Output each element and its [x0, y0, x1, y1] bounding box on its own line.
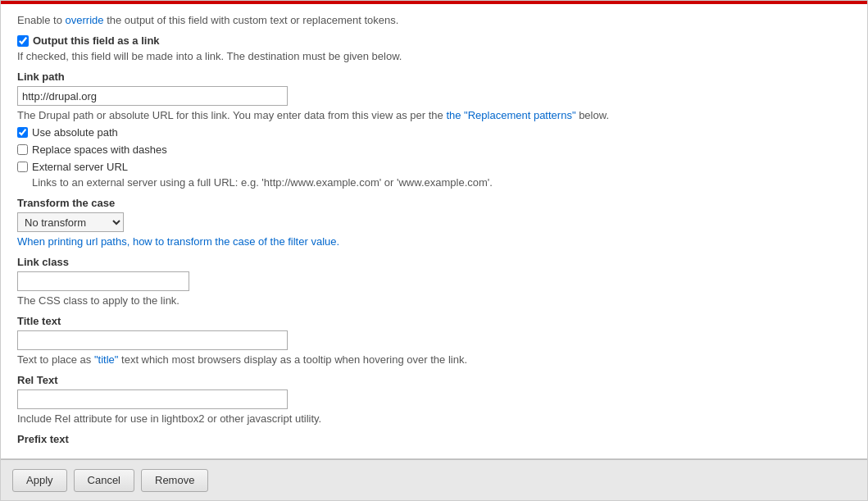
link-class-label: Link class: [17, 256, 851, 268]
use-absolute-path-checkbox[interactable]: [17, 127, 28, 138]
rel-text-label: Rel Text: [17, 374, 851, 386]
replace-spaces-checkbox[interactable]: [17, 144, 28, 155]
prefix-text-label: Prefix text: [17, 433, 851, 445]
link-path-note: The Drupal path or absolute URL for this…: [17, 109, 851, 121]
link-class-input[interactable]: [17, 271, 189, 291]
cancel-button[interactable]: Cancel: [74, 469, 134, 492]
link-class-note: The CSS class to apply to the link.: [17, 294, 851, 307]
title-text-label: Title text: [17, 315, 851, 327]
output-as-link-checkbox[interactable]: [17, 35, 29, 47]
use-absolute-path-row: Use absolute path: [17, 126, 851, 139]
rel-text-note: Include Rel attribute for use in lightbo…: [17, 412, 851, 425]
replace-spaces-label: Replace spaces with dashes: [32, 143, 167, 156]
rel-text-input[interactable]: [17, 389, 288, 409]
output-as-link-row: Output this field as a link: [17, 34, 851, 47]
footer-bar: Apply Cancel Remove: [1, 459, 867, 500]
use-absolute-path-label: Use absolute path: [32, 126, 118, 139]
override-link[interactable]: override: [66, 14, 104, 26]
title-text-note: Text to place as "title" text which most…: [17, 353, 851, 366]
external-server-row: External server URL: [17, 161, 851, 173]
output-as-link-desc: If checked, this field will be made into…: [17, 50, 851, 62]
main-dialog: Enable to override the output of this fi…: [0, 0, 868, 501]
transform-case-label: Transform the case: [17, 197, 851, 209]
external-server-checkbox[interactable]: [17, 162, 28, 172]
link-path-input[interactable]: [17, 86, 288, 106]
top-notice: Enable to override the output of this fi…: [17, 14, 851, 26]
replace-spaces-row: Replace spaces with dashes: [17, 143, 851, 156]
link-path-label: Link path: [17, 71, 851, 83]
replacement-patterns-link[interactable]: the "Replacement patterns": [446, 109, 575, 121]
external-server-label: External server URL: [32, 161, 128, 173]
content-area: Enable to override the output of this fi…: [1, 4, 867, 459]
title-text-input[interactable]: [17, 330, 288, 350]
title-attr-link[interactable]: "title": [94, 353, 118, 366]
external-server-desc: Links to an external server using a full…: [32, 176, 851, 189]
transform-case-note: When printing url paths, how to transfor…: [17, 235, 851, 248]
transform-case-select[interactable]: No transform Lowercase Uppercase Ucwords: [17, 212, 124, 232]
apply-button[interactable]: Apply: [12, 469, 67, 492]
output-as-link-label: Output this field as a link: [33, 34, 160, 47]
remove-button[interactable]: Remove: [141, 469, 208, 492]
